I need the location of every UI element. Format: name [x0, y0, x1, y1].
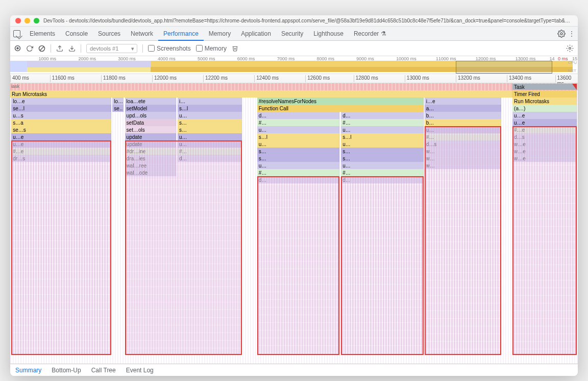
minimize-icon[interactable] — [24, 18, 30, 23]
profile-select[interactable]: devtools #1 — [86, 44, 137, 53]
flame-bar[interactable]: d… — [341, 112, 423, 119]
flame-bar[interactable]: set…ols — [125, 126, 176, 133]
flame-bar[interactable]: u…e — [512, 112, 577, 119]
tab-performance[interactable]: Performance — [158, 27, 204, 41]
maximize-icon[interactable] — [34, 18, 39, 23]
flame-bar[interactable]: d…s — [512, 133, 577, 140]
flame-bar[interactable]: wal…ode — [125, 169, 176, 176]
flame-bar[interactable]: #dr…ine — [125, 148, 176, 155]
flame-bar[interactable]: wal…ree — [125, 162, 176, 169]
overview-pane[interactable]: 1000 ms 2000 ms 3000 ms 4000 ms 5000 ms … — [10, 56, 578, 74]
flame-bar[interactable]: #…e — [11, 148, 111, 155]
tab-event-log[interactable]: Event Log — [126, 367, 154, 374]
flame-bar[interactable]: se…s — [11, 126, 111, 133]
flame-ruler[interactable]: 400 ms 11600 ms 11800 ms 12000 ms 12200 … — [10, 74, 578, 83]
flame-bar[interactable]: u… — [257, 162, 339, 169]
tab-elements[interactable]: Elements — [24, 27, 60, 41]
flame-bar[interactable]: loa…ete — [125, 98, 176, 105]
flame-bar[interactable]: #…e — [512, 126, 577, 133]
tab-recorder[interactable]: Recorder ⚗ — [349, 27, 391, 41]
flame-bar[interactable]: i… — [178, 98, 242, 105]
run-microtasks-bar[interactable]: Run Microtasks — [512, 98, 577, 105]
upload-icon[interactable] — [56, 45, 63, 52]
inspect-icon[interactable] — [13, 30, 20, 37]
flame-bar[interactable]: #… — [257, 169, 339, 176]
flame-bar[interactable]: w… — [425, 148, 501, 155]
more-icon[interactable]: ⋮ — [569, 30, 575, 37]
flame-bar[interactable]: update — [125, 133, 176, 140]
tab-sources[interactable]: Sources — [93, 27, 126, 41]
flame-bar[interactable]: upd…ols — [125, 112, 176, 119]
flame-bar[interactable]: s… — [257, 148, 339, 155]
tab-bottom-up[interactable]: Bottom-Up — [52, 367, 81, 374]
flame-bar[interactable]: s…l — [257, 133, 339, 140]
tab-call-tree[interactable]: Call Tree — [91, 367, 116, 374]
settings-gear-icon[interactable] — [557, 30, 566, 38]
flame-bar[interactable]: a… — [425, 105, 501, 112]
flame-bar[interactable]: u… — [341, 126, 423, 133]
resolve-names-bar[interactable]: #resolveNamesForNodes — [257, 98, 424, 105]
tab-lighthouse[interactable]: Lighthouse — [308, 27, 349, 41]
flame-bar[interactable]: w… — [425, 155, 501, 162]
function-call-bar[interactable]: Function Call — [257, 105, 424, 112]
capture-settings-gear-icon[interactable] — [566, 44, 574, 52]
flame-bar[interactable]: #… — [257, 119, 339, 126]
flame-bar[interactable]: d… — [257, 176, 339, 183]
flame-bar[interactable]: u… — [178, 133, 242, 140]
flame-bar[interactable]: s… — [178, 119, 242, 126]
flame-bar[interactable]: u… — [178, 112, 242, 119]
flame-bar[interactable]: s…l — [178, 105, 242, 112]
flame-bar[interactable]: setModel — [125, 105, 176, 112]
flame-bar[interactable]: s… — [341, 155, 423, 162]
flame-bar[interactable]: setData — [125, 119, 176, 126]
flame-bar[interactable]: u… — [257, 126, 339, 133]
record-icon[interactable] — [14, 45, 21, 52]
delete-icon[interactable] — [232, 45, 238, 52]
overview-selection[interactable] — [456, 61, 552, 74]
flame-bar[interactable]: s…a — [11, 119, 111, 126]
flame-bar[interactable]: s… — [341, 148, 423, 155]
clear-icon[interactable] — [38, 45, 45, 52]
flame-bar[interactable]: update — [125, 140, 176, 148]
flame-bar[interactable]: #… — [341, 119, 423, 126]
tab-network[interactable]: Network — [126, 27, 158, 41]
flame-bar[interactable]: dr…s — [11, 155, 111, 162]
flame-chart[interactable]: Run Microtasks Timer Fired Run Microtask… — [10, 90, 578, 364]
screenshots-checkbox[interactable]: Screenshots — [148, 45, 191, 52]
flame-bar[interactable]: u… — [341, 140, 423, 148]
flame-bar[interactable]: d… — [257, 112, 339, 119]
flame-bar[interactable]: w…e — [512, 148, 577, 155]
memory-checkbox[interactable]: Memory — [196, 45, 227, 52]
flame-bar[interactable]: #… — [425, 133, 501, 140]
timer-fired-bar[interactable]: Timer Fired — [512, 90, 577, 98]
flame-bar[interactable]: s… — [257, 155, 339, 162]
flame-bar[interactable]: u… — [257, 140, 339, 148]
flame-bar[interactable]: u…e — [11, 140, 111, 148]
flame-bar[interactable]: b… — [425, 112, 501, 119]
reload-icon[interactable] — [26, 45, 33, 52]
flame-bar[interactable]: u… — [341, 162, 423, 169]
tab-memory[interactable]: Memory — [204, 27, 236, 41]
tab-console[interactable]: Console — [60, 27, 93, 41]
tab-security[interactable]: Security — [276, 27, 308, 41]
flame-bar[interactable]: s… — [178, 126, 242, 133]
flame-bar[interactable]: se…l — [112, 105, 124, 112]
flame-bar[interactable]: u… — [425, 126, 501, 133]
flame-bar[interactable]: b… — [425, 119, 501, 126]
flame-bar[interactable]: (a…) — [512, 105, 577, 112]
close-icon[interactable] — [15, 18, 21, 23]
flame-bar[interactable]: s…l — [341, 133, 423, 140]
flame-bar[interactable]: w…e — [512, 155, 577, 162]
flame-bar[interactable]: w… — [425, 162, 501, 169]
flame-bar[interactable]: d…s — [425, 140, 501, 148]
download-icon[interactable] — [68, 45, 76, 52]
tab-application[interactable]: Application — [236, 27, 276, 41]
flame-bar[interactable]: u…s — [11, 112, 111, 119]
flame-bar[interactable]: dra…ies — [125, 155, 176, 162]
flame-bar[interactable]: lo…e — [112, 98, 124, 105]
flame-bar[interactable]: lo…e — [11, 98, 111, 105]
flame-bar[interactable]: #… — [341, 169, 423, 176]
flame-bar[interactable]: u… — [178, 140, 242, 148]
flame-bar[interactable]: w…e — [512, 140, 577, 148]
flame-bar[interactable]: se…l — [11, 105, 111, 112]
